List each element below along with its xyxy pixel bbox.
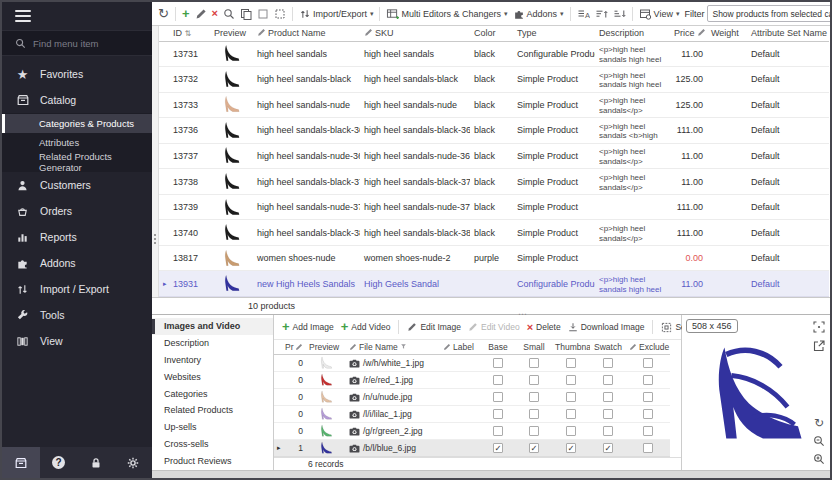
sidebar-item-import-export[interactable]: Import / Export — [2, 276, 152, 302]
cell-type[interactable]: Simple Product — [513, 169, 595, 195]
cell-attribute-set[interactable]: Default — [747, 143, 829, 169]
settings-button[interactable] — [115, 447, 152, 478]
cell-type[interactable]: Simple Product — [513, 118, 595, 144]
column-header-color[interactable]: Color — [470, 26, 513, 41]
sidebar-item-catalog[interactable]: Catalog — [2, 87, 152, 113]
cell-id[interactable]: 13731 — [169, 41, 210, 67]
cell-description[interactable]: <p>high heel sandals high heel sandals</… — [595, 271, 670, 297]
rotate-button[interactable]: ↻ — [812, 416, 826, 430]
cell-pr[interactable]: 0 — [282, 422, 306, 439]
detail-tab[interactable]: Images and Video — [152, 318, 273, 335]
cell-color[interactable]: black — [470, 143, 513, 169]
swatch-checkbox[interactable] — [603, 426, 613, 436]
image-row[interactable]: 0 /g/r/green_2.jpg — [274, 422, 670, 439]
cell-weight[interactable] — [707, 67, 747, 93]
cell-product-name[interactable]: high heel sandals-black-37 — [253, 169, 360, 195]
image-row[interactable]: 0 /n/u/nude.jpg — [274, 388, 670, 405]
base-checkbox[interactable] — [493, 409, 503, 419]
cell-price[interactable]: 111.00 — [670, 220, 707, 246]
cell-id[interactable]: 13740 — [169, 220, 210, 246]
cell-weight[interactable] — [707, 271, 747, 297]
swatch-checkbox[interactable] — [603, 443, 613, 453]
cell-attribute-set[interactable]: Default — [747, 67, 829, 93]
cell-color[interactable]: purple — [470, 245, 513, 271]
cell-label[interactable] — [440, 354, 480, 371]
detail-tab[interactable]: Product Reviews — [152, 452, 273, 469]
cell-product-name[interactable]: high heel sandals-black-36 — [253, 118, 360, 144]
cell-product-name[interactable]: high heel sandals-nude-37 — [253, 194, 360, 220]
cell-color[interactable]: black — [470, 169, 513, 195]
column-header-preview[interactable]: Preview — [306, 340, 346, 354]
cell-preview[interactable] — [210, 194, 253, 220]
cell-label[interactable] — [440, 422, 480, 439]
small-checkbox[interactable] — [529, 358, 539, 368]
cell-preview[interactable] — [306, 354, 346, 371]
thumbnail-checkbox[interactable] — [566, 375, 576, 385]
sidebar-item-reports[interactable]: Reports — [2, 224, 152, 250]
lock-button[interactable] — [77, 447, 114, 478]
cell-weight[interactable] — [707, 143, 747, 169]
cell-id[interactable]: 13931 — [169, 271, 210, 297]
cell-preview[interactable] — [306, 371, 346, 388]
cell-color[interactable]: black — [470, 118, 513, 144]
cell-file-name[interactable]: /g/r/green_2.jpg — [346, 422, 440, 439]
column-header-product-name[interactable]: Product Name — [253, 26, 360, 41]
cell-preview[interactable] — [210, 67, 253, 93]
expand-rows-button[interactable] — [593, 7, 610, 21]
image-row[interactable]: 0 /w/h/white_1.jpg — [274, 354, 670, 371]
edit-image-button[interactable]: Edit Image — [405, 321, 463, 333]
product-row[interactable]: 13731 high heel sandals high heel sandal… — [159, 41, 829, 67]
cell-description[interactable] — [595, 194, 670, 220]
cell-description[interactable]: <p>high heel sandals</p> — [595, 169, 670, 195]
cell-preview[interactable] — [210, 245, 253, 271]
cell-color[interactable]: black — [470, 41, 513, 67]
selected-image-preview[interactable] — [682, 315, 830, 470]
cell-price[interactable]: 125.00 — [670, 92, 707, 118]
cell-preview[interactable] — [306, 439, 346, 456]
cell-price[interactable]: 11.00 — [670, 169, 707, 195]
cell-preview[interactable] — [210, 271, 253, 297]
cell-sku[interactable]: high heel sandals-black-38 — [360, 220, 470, 246]
cell-label[interactable] — [440, 439, 480, 456]
cell-attribute-set[interactable]: Default — [747, 271, 829, 297]
cell-weight[interactable] — [707, 220, 747, 246]
splitter-handle[interactable]: ⋯ — [518, 309, 528, 319]
cell-weight[interactable] — [707, 41, 747, 67]
thumbnail-checkbox[interactable] — [566, 426, 576, 436]
cell-weight[interactable] — [707, 92, 747, 118]
image-row[interactable]: 0 /l/i/lilac_1.jpg — [274, 405, 670, 422]
small-checkbox[interactable] — [529, 409, 539, 419]
exclude-checkbox[interactable] — [643, 392, 653, 402]
cell-file-name[interactable]: /b/l/blue_6.jpg — [346, 439, 440, 456]
hamburger-menu-icon[interactable] — [15, 7, 31, 25]
detail-tab[interactable]: Categories — [152, 385, 273, 402]
base-checkbox[interactable] — [493, 443, 503, 453]
cell-weight[interactable] — [707, 118, 747, 144]
product-row[interactable]: 13739 high heel sandals-nude-37 high hee… — [159, 194, 829, 220]
refresh-button[interactable]: ↻ — [156, 6, 171, 21]
search-button[interactable] — [221, 7, 237, 21]
cell-type[interactable]: Configurable Product — [513, 271, 595, 297]
cell-attribute-set[interactable]: Default — [747, 245, 829, 271]
column-header-small[interactable]: Small — [516, 340, 552, 354]
cell-product-name[interactable]: women shoes-nude — [253, 245, 360, 271]
cell-id[interactable]: 13732 — [169, 67, 210, 93]
base-checkbox[interactable] — [493, 358, 503, 368]
cell-product-name[interactable]: high heel sandals — [253, 41, 360, 67]
add-row-button[interactable]: + — [180, 7, 192, 21]
cell-sku[interactable]: high heel sandals-black-37 — [360, 169, 470, 195]
detail-tab[interactable]: Up-sells — [152, 419, 273, 436]
column-header-sku[interactable]: SKU — [360, 26, 470, 41]
edit-row-button[interactable] — [193, 7, 209, 21]
column-header-thumbnail[interactable]: Thumbna — [552, 340, 590, 354]
sidebar-item-related-products-generator[interactable]: Related Products Generator — [2, 152, 152, 171]
zoom-in-button[interactable] — [812, 452, 826, 466]
cell-weight[interactable] — [707, 194, 747, 220]
cell-preview[interactable] — [210, 143, 253, 169]
product-row[interactable]: 13736 high heel sandals-black-36 high he… — [159, 118, 829, 144]
exclude-checkbox[interactable] — [643, 443, 653, 453]
cell-description[interactable]: <p>high heel sandals <b>high heel san... — [595, 118, 670, 144]
detail-tab[interactable]: Description — [152, 335, 273, 352]
cell-preview[interactable] — [306, 422, 346, 439]
cell-pr[interactable]: 0 — [282, 371, 306, 388]
